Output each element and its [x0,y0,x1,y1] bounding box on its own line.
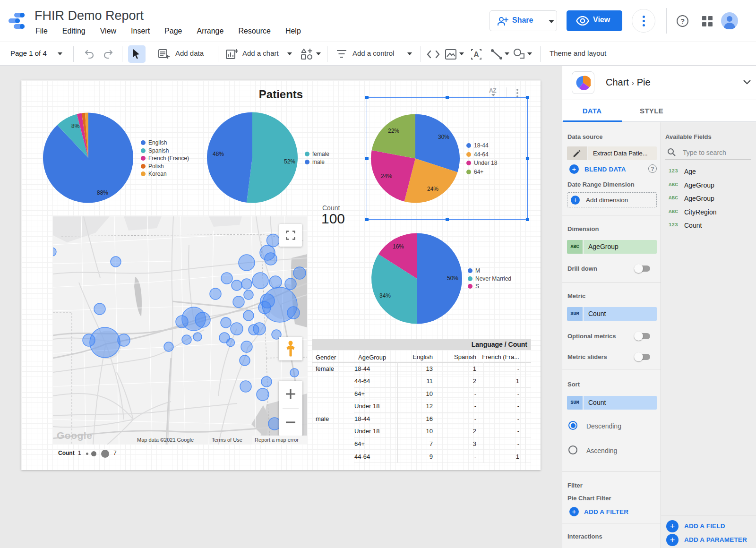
svg-text:50%: 50% [447,275,458,282]
svg-text:24%: 24% [427,186,438,192]
svg-text:88%: 88% [97,189,108,196]
svg-text:34%: 34% [379,292,391,299]
svg-text:30%: 30% [438,134,449,140]
svg-text:24%: 24% [381,173,392,180]
svg-text:8%: 8% [71,123,80,129]
svg-text:22%: 22% [388,128,399,134]
svg-text:52%: 52% [284,158,295,165]
svg-text:48%: 48% [213,151,224,157]
svg-text:A: A [473,51,479,59]
svg-text:16%: 16% [393,243,404,250]
